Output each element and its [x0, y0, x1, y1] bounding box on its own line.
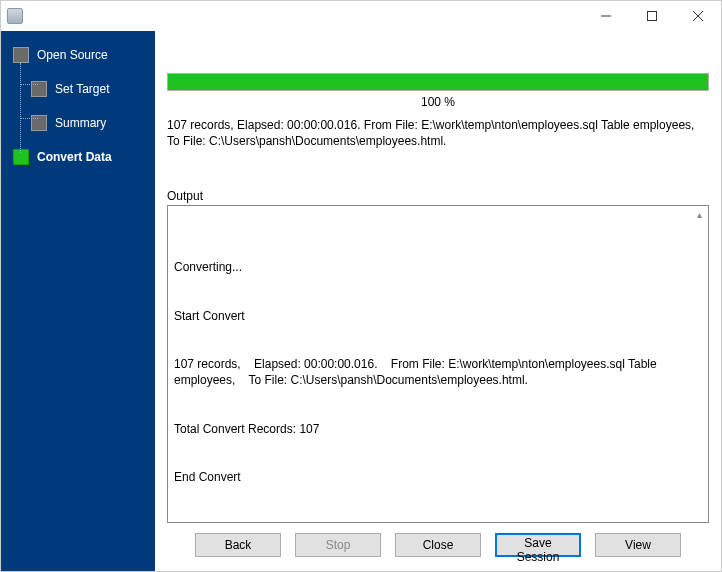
progress-percent-label: 100 % — [167, 95, 709, 109]
sidebar-item-label: Summary — [55, 116, 106, 130]
progress-section: 100 % — [167, 39, 709, 109]
step-icon — [13, 47, 29, 63]
svg-rect-1 — [648, 12, 657, 21]
status-text: 107 records, Elapsed: 00:00:00.016. From… — [167, 117, 709, 149]
scroll-up-icon[interactable]: ▴ — [692, 208, 706, 222]
main-panel: 100 % 107 records, Elapsed: 00:00:00.016… — [155, 31, 721, 571]
output-log[interactable]: ▴ Converting... Start Convert 107 record… — [167, 205, 709, 523]
output-line: End Convert — [174, 469, 702, 485]
stop-button[interactable]: Stop — [295, 533, 381, 557]
close-button[interactable]: Close — [395, 533, 481, 557]
save-session-button[interactable]: Save Session — [495, 533, 581, 557]
output-label: Output — [167, 189, 709, 203]
sidebar-item-convert-data[interactable]: Convert Data — [1, 147, 155, 167]
minimize-button[interactable] — [583, 1, 629, 31]
window-controls — [583, 1, 721, 31]
sidebar-item-label: Convert Data — [37, 150, 112, 164]
progress-bar — [167, 73, 709, 91]
step-icon — [13, 149, 29, 165]
sidebar-item-label: Open Source — [37, 48, 108, 62]
output-line: Start Convert — [174, 308, 702, 324]
sidebar-item-label: Set Target — [55, 82, 109, 96]
output-line: 107 records, Elapsed: 00:00:00.016. From… — [174, 356, 702, 388]
app-window: Open Source Set Target Summary Convert D… — [0, 0, 722, 572]
sidebar-item-open-source[interactable]: Open Source — [1, 45, 155, 65]
back-button[interactable]: Back — [195, 533, 281, 557]
output-line: Total Convert Records: 107 — [174, 421, 702, 437]
maximize-button[interactable] — [629, 1, 675, 31]
view-button[interactable]: View — [595, 533, 681, 557]
close-window-button[interactable] — [675, 1, 721, 31]
output-line: Converting... — [174, 259, 702, 275]
app-icon — [7, 8, 23, 24]
button-row: Back Stop Close Save Session View — [167, 523, 709, 563]
wizard-sidebar: Open Source Set Target Summary Convert D… — [1, 31, 155, 571]
title-bar — [1, 1, 721, 31]
